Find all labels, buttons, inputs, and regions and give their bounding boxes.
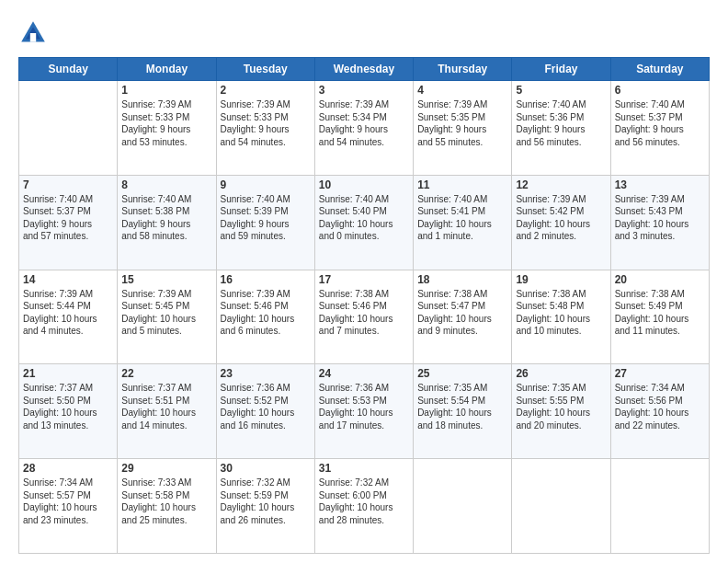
day-number: 3: [319, 84, 409, 97]
day-number: 24: [319, 367, 409, 380]
day-info: Sunrise: 7:40 AM Sunset: 5:37 PM Dayligh…: [23, 193, 113, 243]
day-info: Sunrise: 7:36 AM Sunset: 5:52 PM Dayligh…: [221, 382, 311, 431]
calendar-week-row: 28Sunrise: 7:34 AM Sunset: 5:57 PM Dayli…: [19, 459, 710, 554]
day-info: Sunrise: 7:39 AM Sunset: 5:44 PM Dayligh…: [23, 288, 113, 338]
calendar-table: SundayMondayTuesdayWednesdayThursdayFrid…: [18, 57, 710, 554]
calendar-cell: 25Sunrise: 7:35 AM Sunset: 5:54 PM Dayli…: [414, 364, 512, 459]
day-info: Sunrise: 7:38 AM Sunset: 5:46 PM Dayligh…: [319, 288, 409, 338]
day-number: 7: [23, 178, 113, 191]
day-number: 12: [516, 178, 606, 191]
day-number: 18: [417, 273, 507, 286]
day-number: 16: [221, 273, 311, 286]
calendar-day-header: Saturday: [610, 58, 709, 81]
calendar-cell: 24Sunrise: 7:36 AM Sunset: 5:53 PM Dayli…: [314, 364, 413, 459]
calendar-week-row: 14Sunrise: 7:39 AM Sunset: 5:44 PM Dayli…: [19, 270, 710, 364]
day-info: Sunrise: 7:38 AM Sunset: 5:47 PM Dayligh…: [417, 288, 507, 338]
day-number: 15: [121, 273, 211, 286]
calendar-cell: 19Sunrise: 7:38 AM Sunset: 5:48 PM Dayli…: [512, 270, 610, 364]
calendar-header-row: SundayMondayTuesdayWednesdayThursdayFrid…: [19, 58, 710, 81]
calendar-cell: 15Sunrise: 7:39 AM Sunset: 5:45 PM Dayli…: [118, 270, 216, 364]
day-number: 27: [615, 367, 705, 380]
day-number: 22: [121, 367, 211, 380]
calendar-week-row: 1Sunrise: 7:39 AM Sunset: 5:33 PM Daylig…: [19, 81, 710, 176]
day-info: Sunrise: 7:34 AM Sunset: 5:57 PM Dayligh…: [23, 477, 113, 526]
day-info: Sunrise: 7:39 AM Sunset: 5:46 PM Dayligh…: [221, 288, 311, 338]
calendar-cell: [512, 459, 610, 554]
day-number: 11: [417, 178, 507, 191]
day-number: 5: [516, 84, 606, 97]
calendar-cell: 18Sunrise: 7:38 AM Sunset: 5:47 PM Dayli…: [414, 270, 512, 364]
day-info: Sunrise: 7:35 AM Sunset: 5:54 PM Dayligh…: [417, 382, 507, 431]
calendar-cell: [414, 459, 512, 554]
header: [18, 15, 710, 48]
calendar-cell: 20Sunrise: 7:38 AM Sunset: 5:49 PM Dayli…: [610, 270, 709, 364]
calendar-cell: 8Sunrise: 7:40 AM Sunset: 5:38 PM Daylig…: [118, 175, 216, 270]
calendar-day-header: Monday: [118, 58, 216, 81]
calendar-cell: 22Sunrise: 7:37 AM Sunset: 5:51 PM Dayli…: [118, 364, 216, 459]
day-info: Sunrise: 7:38 AM Sunset: 5:49 PM Dayligh…: [615, 288, 705, 338]
calendar-cell: 13Sunrise: 7:39 AM Sunset: 5:43 PM Dayli…: [610, 175, 709, 270]
calendar-day-header: Tuesday: [216, 58, 314, 81]
day-number: 6: [615, 84, 705, 97]
day-info: Sunrise: 7:39 AM Sunset: 5:33 PM Dayligh…: [121, 98, 211, 148]
logo: [18, 18, 51, 48]
day-info: Sunrise: 7:40 AM Sunset: 5:39 PM Dayligh…: [221, 193, 311, 243]
calendar-cell: 31Sunrise: 7:32 AM Sunset: 6:00 PM Dayli…: [314, 459, 413, 554]
calendar-cell: 21Sunrise: 7:37 AM Sunset: 5:50 PM Dayli…: [19, 364, 118, 459]
calendar-cell: 10Sunrise: 7:40 AM Sunset: 5:40 PM Dayli…: [314, 175, 413, 270]
day-info: Sunrise: 7:40 AM Sunset: 5:37 PM Dayligh…: [615, 98, 705, 148]
day-number: 19: [516, 273, 606, 286]
logo-icon: [18, 18, 48, 48]
day-info: Sunrise: 7:38 AM Sunset: 5:48 PM Dayligh…: [516, 288, 606, 338]
day-number: 1: [121, 84, 211, 97]
calendar-cell: 2Sunrise: 7:39 AM Sunset: 5:33 PM Daylig…: [216, 81, 314, 176]
calendar-day-header: Friday: [512, 58, 610, 81]
day-number: 28: [23, 462, 113, 475]
calendar-day-header: Sunday: [19, 58, 118, 81]
calendar-cell: 27Sunrise: 7:34 AM Sunset: 5:56 PM Dayli…: [610, 364, 709, 459]
calendar-cell: [610, 459, 709, 554]
day-number: 30: [221, 462, 311, 475]
svg-rect-2: [30, 33, 36, 42]
calendar-cell: 26Sunrise: 7:35 AM Sunset: 5:55 PM Dayli…: [512, 364, 610, 459]
day-number: 13: [615, 178, 705, 191]
day-info: Sunrise: 7:33 AM Sunset: 5:58 PM Dayligh…: [121, 477, 211, 526]
day-info: Sunrise: 7:37 AM Sunset: 5:51 PM Dayligh…: [121, 382, 211, 431]
day-info: Sunrise: 7:36 AM Sunset: 5:53 PM Dayligh…: [319, 382, 409, 431]
day-info: Sunrise: 7:39 AM Sunset: 5:33 PM Dayligh…: [221, 98, 311, 148]
day-number: 4: [417, 84, 507, 97]
calendar-cell: 29Sunrise: 7:33 AM Sunset: 5:58 PM Dayli…: [118, 459, 216, 554]
day-number: 2: [221, 84, 311, 97]
day-info: Sunrise: 7:39 AM Sunset: 5:45 PM Dayligh…: [121, 288, 211, 338]
day-number: 17: [319, 273, 409, 286]
day-number: 25: [417, 367, 507, 380]
calendar-day-header: Wednesday: [314, 58, 413, 81]
day-number: 8: [121, 178, 211, 191]
calendar-cell: 11Sunrise: 7:40 AM Sunset: 5:41 PM Dayli…: [414, 175, 512, 270]
calendar-cell: 17Sunrise: 7:38 AM Sunset: 5:46 PM Dayli…: [314, 270, 413, 364]
calendar-cell: 1Sunrise: 7:39 AM Sunset: 5:33 PM Daylig…: [118, 81, 216, 176]
page: SundayMondayTuesdayWednesdayThursdayFrid…: [0, 0, 728, 563]
calendar-cell: [19, 81, 118, 176]
day-info: Sunrise: 7:34 AM Sunset: 5:56 PM Dayligh…: [615, 382, 705, 431]
calendar-cell: 5Sunrise: 7:40 AM Sunset: 5:36 PM Daylig…: [512, 81, 610, 176]
day-info: Sunrise: 7:39 AM Sunset: 5:43 PM Dayligh…: [615, 193, 705, 243]
day-number: 29: [121, 462, 211, 475]
day-info: Sunrise: 7:40 AM Sunset: 5:38 PM Dayligh…: [121, 193, 211, 243]
day-info: Sunrise: 7:35 AM Sunset: 5:55 PM Dayligh…: [516, 382, 606, 431]
calendar-cell: 6Sunrise: 7:40 AM Sunset: 5:37 PM Daylig…: [610, 81, 709, 176]
day-info: Sunrise: 7:40 AM Sunset: 5:36 PM Dayligh…: [516, 98, 606, 148]
day-number: 21: [23, 367, 113, 380]
day-number: 14: [23, 273, 113, 286]
calendar-cell: 23Sunrise: 7:36 AM Sunset: 5:52 PM Dayli…: [216, 364, 314, 459]
day-number: 26: [516, 367, 606, 380]
day-number: 9: [221, 178, 311, 191]
calendar-cell: 12Sunrise: 7:39 AM Sunset: 5:42 PM Dayli…: [512, 175, 610, 270]
day-info: Sunrise: 7:39 AM Sunset: 5:34 PM Dayligh…: [319, 98, 409, 148]
calendar-day-header: Thursday: [414, 58, 512, 81]
calendar-cell: 7Sunrise: 7:40 AM Sunset: 5:37 PM Daylig…: [19, 175, 118, 270]
calendar-cell: 14Sunrise: 7:39 AM Sunset: 5:44 PM Dayli…: [19, 270, 118, 364]
day-info: Sunrise: 7:39 AM Sunset: 5:35 PM Dayligh…: [417, 98, 507, 148]
calendar-cell: 28Sunrise: 7:34 AM Sunset: 5:57 PM Dayli…: [19, 459, 118, 554]
calendar-cell: 16Sunrise: 7:39 AM Sunset: 5:46 PM Dayli…: [216, 270, 314, 364]
